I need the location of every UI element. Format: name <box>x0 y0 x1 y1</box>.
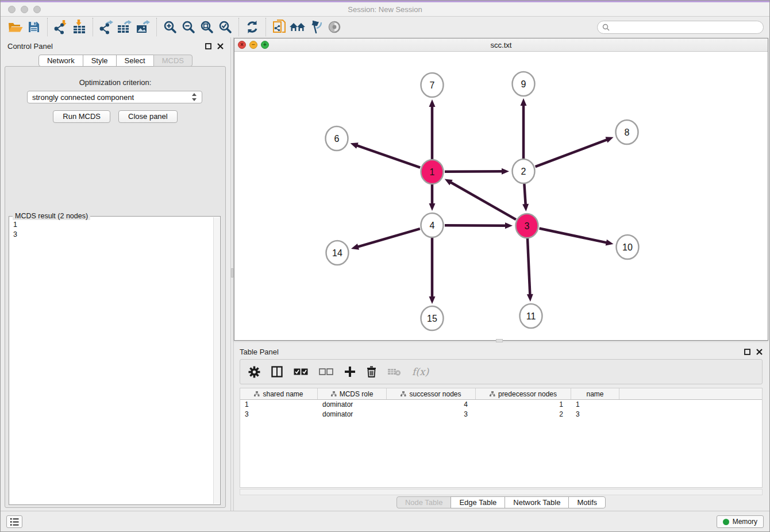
hide-flag-button[interactable] <box>307 18 325 36</box>
graph-edge-1-6[interactable] <box>357 145 420 168</box>
columns-icon[interactable] <box>271 366 283 377</box>
delete-column-icon[interactable] <box>367 366 376 377</box>
gear-icon[interactable] <box>248 366 260 378</box>
cell-successor-nodes[interactable]: 3 <box>387 410 476 419</box>
graph-node-7[interactable]: 7 <box>421 73 444 97</box>
graph-node-2[interactable]: 2 <box>513 159 535 183</box>
search-box[interactable] <box>597 21 764 34</box>
tab-style[interactable]: Style <box>83 55 117 67</box>
network-window-titlebar[interactable]: × − + scc.txt <box>234 38 768 52</box>
memory-button[interactable]: Memory <box>717 515 764 528</box>
zoom-out-button[interactable] <box>179 18 198 36</box>
cell-name[interactable]: 1 <box>571 400 619 410</box>
graph-edge-3-11[interactable] <box>528 238 530 295</box>
column-header-name[interactable]: name <box>571 388 619 399</box>
graph-edge-3-1[interactable] <box>451 182 516 219</box>
graph-edge-4-14[interactable] <box>358 229 420 247</box>
cell-mcds-role[interactable]: dominator <box>318 400 387 410</box>
export-table-button[interactable] <box>116 18 134 36</box>
graph-node-15[interactable]: 15 <box>421 306 444 330</box>
graph-node-9[interactable]: 9 <box>513 72 535 96</box>
network-close-button[interactable]: × <box>238 41 246 49</box>
graph-node-6[interactable]: 6 <box>326 126 348 151</box>
network-graph[interactable]: 7968124314101511 <box>234 52 769 340</box>
graph-edge-3-10[interactable] <box>540 229 607 243</box>
cell-name[interactable]: 3 <box>571 410 619 419</box>
titlebar: Session: New Session <box>1 2 769 17</box>
minimize-light[interactable] <box>21 6 28 13</box>
save-session-button[interactable] <box>25 18 43 36</box>
export-network-button[interactable] <box>97 18 116 36</box>
cell-successor-nodes[interactable]: 4 <box>387 400 476 410</box>
graph-node-8[interactable]: 8 <box>616 120 638 144</box>
graph-node-10[interactable]: 10 <box>617 235 639 259</box>
export-image-button[interactable] <box>134 18 152 36</box>
table-panel: Table Panel <box>234 343 768 511</box>
graph-node-1[interactable]: 1 <box>421 160 444 184</box>
column-header-predecessor-nodes[interactable]: predecessor nodes <box>476 388 571 399</box>
cell-predecessor-nodes[interactable]: 1 <box>476 400 571 410</box>
zoom-selected-icon <box>218 20 232 34</box>
add-column-icon[interactable] <box>344 366 356 377</box>
traffic-lights[interactable] <box>8 6 41 13</box>
cell-shared-name[interactable]: 1 <box>240 400 318 410</box>
float-panel-icon[interactable] <box>744 349 750 355</box>
criterion-select[interactable]: strongly connected component <box>27 91 202 103</box>
horizontal-splitter-grip[interactable] <box>496 339 503 342</box>
close-panel-icon[interactable] <box>217 43 224 49</box>
table-horizontal-scrollbar[interactable] <box>240 489 763 495</box>
tab-network[interactable]: Network <box>38 55 83 67</box>
close-panel-button[interactable]: Close panel <box>118 110 178 123</box>
cell-predecessor-nodes[interactable]: 2 <box>476 410 571 419</box>
tab-motifs[interactable]: Motifs <box>568 496 606 508</box>
splitter-grip[interactable] <box>231 268 233 277</box>
graph-edge-2-8[interactable] <box>536 140 607 167</box>
close-panel-icon[interactable] <box>756 349 763 355</box>
graph-node-14[interactable]: 14 <box>326 241 349 265</box>
search-icon <box>602 24 610 31</box>
houses-button[interactable] <box>288 18 307 36</box>
column-header-mcds-role[interactable]: MCDS role <box>318 388 387 399</box>
tab-mcds[interactable]: MCDS <box>153 55 192 67</box>
column-header-shared-name[interactable]: shared name <box>240 388 318 399</box>
zoom-selected-button[interactable] <box>216 18 234 36</box>
refresh-button[interactable] <box>243 18 261 36</box>
graph-edge-1-2[interactable] <box>445 171 502 172</box>
tab-network-table[interactable]: Network Table <box>505 496 569 508</box>
zoom-in-button[interactable] <box>161 18 179 36</box>
deselect-all-rows-icon[interactable] <box>319 368 333 375</box>
mcds-result-text[interactable]: 1 3 <box>9 218 213 504</box>
select-all-rows-icon[interactable] <box>294 368 308 375</box>
task-history-button[interactable] <box>6 515 22 528</box>
table-row[interactable]: 3 dominator 3 2 3 <box>240 410 762 419</box>
graph-node-4[interactable]: 4 <box>421 213 444 237</box>
eye-button[interactable] <box>325 18 344 36</box>
search-input[interactable] <box>613 23 759 31</box>
float-panel-icon[interactable] <box>205 43 211 49</box>
import-table-button[interactable] <box>70 18 88 36</box>
close-light[interactable] <box>8 6 16 13</box>
graph-edge-4-3[interactable] <box>445 225 506 226</box>
result-scrollbar[interactable] <box>213 217 220 504</box>
delete-table-icon-disabled <box>387 367 401 376</box>
run-mcds-button[interactable]: Run MCDS <box>53 110 110 123</box>
tab-select[interactable]: Select <box>116 55 154 67</box>
zoom-fit-button[interactable] <box>198 18 216 36</box>
graph-edge-2-3[interactable] <box>524 184 525 205</box>
toolbar-separator <box>265 18 266 36</box>
open-session-button[interactable] <box>6 18 25 36</box>
import-network-button[interactable] <box>52 18 70 36</box>
tab-node-table[interactable]: Node Table <box>396 496 452 508</box>
network-canvas[interactable]: 7968124314101511 <box>234 52 768 340</box>
cell-shared-name[interactable]: 3 <box>240 410 318 419</box>
network-maximize-button[interactable]: + <box>261 41 269 49</box>
tab-edge-table[interactable]: Edge Table <box>451 496 505 508</box>
graph-node-3[interactable]: 3 <box>516 214 538 238</box>
cell-mcds-role[interactable]: dominator <box>318 410 387 419</box>
duplicate-network-button[interactable] <box>270 18 288 36</box>
network-minimize-button[interactable]: − <box>249 41 257 49</box>
graph-node-11[interactable]: 11 <box>520 304 542 328</box>
maximize-light[interactable] <box>33 6 41 13</box>
column-header-successor-nodes[interactable]: successor nodes <box>387 388 476 399</box>
table-row[interactable]: 1 dominator 4 1 1 <box>240 400 762 410</box>
